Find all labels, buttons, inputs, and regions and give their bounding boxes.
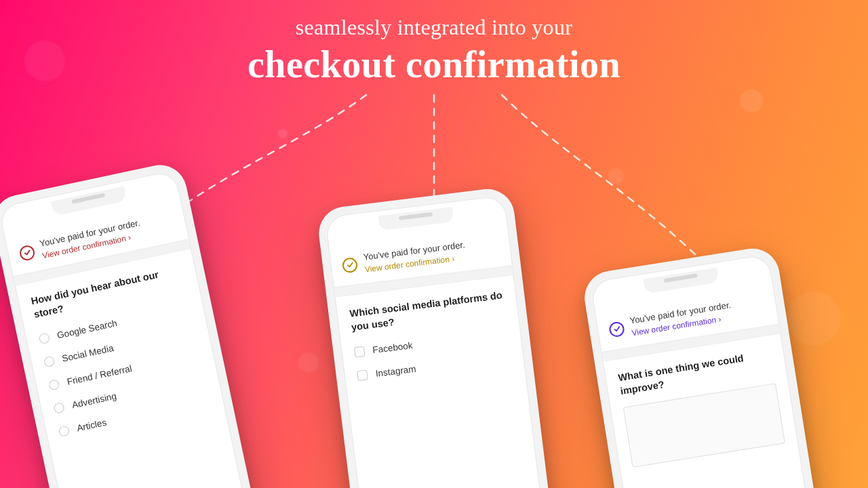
option-label: Social Media <box>61 343 115 364</box>
radio-icon <box>38 333 50 345</box>
option-label: Facebook <box>372 340 414 355</box>
phone-screen: You've paid for your order. View order c… <box>325 195 550 488</box>
phone-speaker <box>664 273 698 283</box>
bokeh-dot <box>278 129 288 138</box>
checkbox-icon <box>357 370 368 382</box>
phone-mockup-2: You've paid for your order. View order c… <box>316 186 559 488</box>
radio-icon <box>48 379 60 391</box>
phone-speaker <box>399 212 433 220</box>
phone-screen: You've paid for your order. View order c… <box>590 254 827 488</box>
bokeh-dot <box>298 352 319 373</box>
promo-stage: seamlessly integrated into your checkout… <box>0 0 868 488</box>
check-circle-icon <box>18 244 36 262</box>
radio-icon <box>43 356 56 368</box>
headline-line2: checkout confirmation <box>0 43 868 86</box>
check-circle-icon <box>608 321 625 338</box>
bokeh-dot <box>608 168 624 184</box>
phone-screen: You've paid for your order. View order c… <box>0 169 253 488</box>
radio-icon <box>53 402 65 414</box>
headline: seamlessly integrated into your checkout… <box>0 15 868 86</box>
option-label: Articles <box>76 418 107 434</box>
radio-icon <box>58 426 71 438</box>
option-label: Instagram <box>375 364 416 379</box>
check-circle-icon <box>342 257 359 274</box>
option-label: Advertising <box>71 391 117 411</box>
bokeh-dot <box>740 89 763 113</box>
checkbox-icon <box>354 346 366 358</box>
bokeh-dot <box>787 291 841 346</box>
headline-line1: seamlessly integrated into your <box>0 15 868 40</box>
phone-mockup-3: You've paid for your order. View order c… <box>580 245 836 488</box>
phone-mockup-1: You've paid for your order. View order c… <box>0 160 262 488</box>
